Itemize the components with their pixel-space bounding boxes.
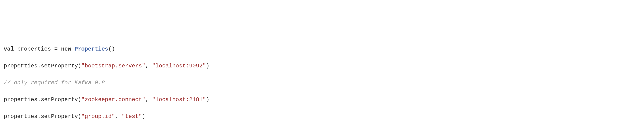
code-line-2: properties.setProperty("bootstrap.server… bbox=[4, 62, 640, 70]
string-bootstrap-servers: "bootstrap.servers" bbox=[81, 63, 145, 69]
comma: , bbox=[115, 113, 122, 120]
string-localhost-9092: "localhost:9092" bbox=[152, 63, 206, 69]
close-paren: ) bbox=[206, 96, 209, 103]
code-line-5: properties.setProperty("group.id", "test… bbox=[4, 112, 640, 121]
code-line-1: val properties = new Properties() bbox=[4, 45, 640, 53]
space bbox=[71, 46, 74, 52]
type-properties: Properties bbox=[75, 46, 108, 52]
parentheses: () bbox=[108, 46, 115, 52]
code-block: val properties = new Properties() proper… bbox=[4, 36, 640, 125]
space bbox=[58, 46, 61, 52]
string-zookeeper-connect: "zookeeper.connect" bbox=[81, 96, 145, 103]
method-call: properties.setProperty( bbox=[4, 96, 81, 103]
keyword-new: new bbox=[61, 46, 71, 52]
operator-equals: = bbox=[54, 46, 58, 52]
comma: , bbox=[145, 96, 152, 103]
close-paren: ) bbox=[142, 113, 145, 120]
variable-properties: properties bbox=[17, 46, 54, 52]
comment-kafka-08: // only required for Kafka 0.8 bbox=[4, 80, 105, 86]
keyword-val: val bbox=[4, 46, 14, 52]
method-call: properties.setProperty( bbox=[4, 113, 81, 120]
close-paren: ) bbox=[206, 63, 209, 69]
string-test: "test" bbox=[122, 113, 142, 120]
code-line-4: properties.setProperty("zookeeper.connec… bbox=[4, 96, 640, 104]
space bbox=[14, 46, 17, 52]
method-call: properties.setProperty( bbox=[4, 63, 81, 69]
comma: , bbox=[145, 63, 152, 69]
string-localhost-2181: "localhost:2181" bbox=[152, 96, 206, 103]
code-line-3: // only required for Kafka 0.8 bbox=[4, 79, 640, 87]
string-group-id: "group.id" bbox=[81, 113, 115, 120]
